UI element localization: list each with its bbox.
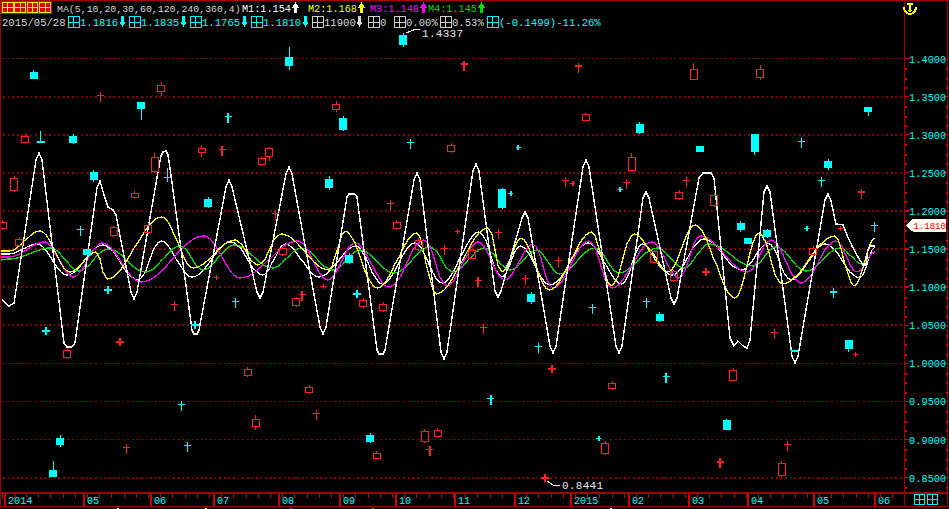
svg-text:1.1000: 1.1000	[909, 283, 946, 294]
svg-text:2015: 2015	[574, 496, 598, 507]
svg-text:1.1835: 1.1835	[141, 17, 179, 29]
svg-text:1.2000: 1.2000	[909, 207, 946, 218]
svg-text:M2:1.168: M2:1.168	[308, 4, 357, 15]
svg-text:1.0000: 1.0000	[909, 359, 946, 370]
svg-text:04: 04	[751, 496, 763, 507]
svg-text:M3:1.148: M3:1.148	[370, 4, 419, 15]
svg-text:0.53%: 0.53%	[452, 17, 484, 29]
svg-text:0.00%: 0.00%	[406, 17, 438, 29]
svg-text:0.9500: 0.9500	[909, 397, 946, 408]
svg-text:05: 05	[87, 496, 99, 507]
svg-text:(-0.1499)-11.26%: (-0.1499)-11.26%	[499, 17, 601, 29]
svg-text:1.1810: 1.1810	[263, 17, 301, 29]
svg-text:1.3500: 1.3500	[909, 93, 946, 104]
svg-text:0.9000: 0.9000	[909, 436, 946, 447]
svg-text:03: 03	[692, 496, 704, 507]
svg-text:1.2500: 1.2500	[909, 169, 946, 180]
svg-text:0.8441: 0.8441	[562, 480, 604, 492]
svg-text:MA(5,10,20,30,60,120,240,360,4: MA(5,10,20,30,60,120,240,360,4)	[57, 4, 241, 15]
svg-text:07: 07	[217, 496, 229, 507]
svg-text:05: 05	[817, 496, 829, 507]
svg-text:2015/05/28: 2015/05/28	[2, 17, 66, 29]
svg-text:2014: 2014	[8, 496, 32, 507]
svg-text:1.4337: 1.4337	[422, 28, 463, 40]
svg-text:08: 08	[282, 496, 294, 507]
svg-text:M1:1.154: M1:1.154	[242, 4, 291, 15]
svg-text:12: 12	[518, 496, 530, 507]
svg-text:1.1500: 1.1500	[909, 245, 946, 256]
svg-text:1.1810: 1.1810	[914, 222, 946, 232]
svg-text:M4:1.145: M4:1.145	[428, 4, 477, 15]
svg-text:06: 06	[154, 496, 166, 507]
svg-text:06: 06	[878, 496, 890, 507]
svg-text:10: 10	[399, 496, 411, 507]
svg-text:11: 11	[458, 496, 470, 507]
svg-text:1.0500: 1.0500	[909, 321, 946, 332]
svg-text:09: 09	[343, 496, 355, 507]
svg-text:1.1816: 1.1816	[80, 17, 118, 29]
svg-text:02: 02	[632, 496, 644, 507]
svg-text:1.3000: 1.3000	[909, 131, 946, 142]
svg-text:1.1765: 1.1765	[202, 17, 240, 29]
svg-text:0: 0	[380, 17, 386, 29]
svg-text:0.8500: 0.8500	[909, 474, 946, 485]
svg-text:1.4000: 1.4000	[909, 55, 946, 66]
svg-text:11900: 11900	[324, 17, 356, 29]
